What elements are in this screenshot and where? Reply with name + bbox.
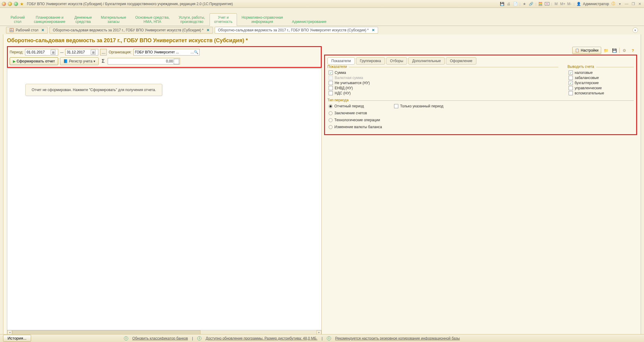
checkbox-icon[interactable] (329, 71, 333, 75)
star-icon[interactable]: ★ (522, 2, 527, 6)
calc-icon[interactable]: 🧮 (538, 2, 543, 6)
radio-icon[interactable] (329, 125, 333, 129)
checkbox-icon[interactable] (329, 86, 333, 90)
sys-restore-icon[interactable]: ❐ (631, 2, 636, 6)
settings-tab[interactable]: Отборы (386, 57, 407, 65)
status-link-3[interactable]: Рекомендуется настроить резервное копиро… (335, 336, 460, 340)
dropdown-icon[interactable]: ▾ (617, 2, 622, 6)
section-tab[interactable]: Денежныесредства (70, 13, 96, 26)
user-icon: 👤 (576, 2, 581, 6)
section-tab[interactable]: Администрирование (287, 17, 331, 26)
section-tab[interactable]: Нормативно-справочнаяинформация (237, 13, 287, 26)
calendar-from-icon[interactable]: ▦ (51, 50, 55, 55)
scroll-left-icon[interactable]: ◂ (7, 330, 12, 334)
settings-tab[interactable]: Оформление (446, 57, 476, 65)
calendar-to-icon[interactable]: ▦ (91, 50, 96, 55)
print-icon[interactable]: 🖨 (506, 2, 511, 6)
mminus-icon[interactable]: M- (567, 2, 572, 6)
user-name[interactable]: Администратор (583, 2, 609, 6)
date-to-input[interactable]: ▦ (65, 49, 98, 55)
close-icon[interactable]: ✕ (41, 28, 44, 32)
window-tab[interactable]: Оборотно-сальдовая ведомость за 2017 г.,… (215, 27, 378, 33)
section-tab[interactable]: Учет иотчетность (210, 13, 237, 26)
period-only-checkbox[interactable]: Только указанный период (394, 104, 444, 108)
indicator-checkbox[interactable]: Сумма (329, 71, 557, 75)
search-icon[interactable]: 🔍 (194, 50, 198, 54)
register-label: Регистр учета (69, 59, 92, 63)
history-button[interactable]: История... (3, 335, 31, 342)
account-checkbox[interactable]: управленческие (569, 86, 633, 90)
indicator-checkbox[interactable]: Не учитывается (НУ) (329, 81, 557, 85)
period-type-radio[interactable]: Изменение валюты баланса (329, 125, 382, 129)
register-button[interactable]: 📘 Регистр учета ▾ (60, 57, 99, 65)
right-column: 📋 Настройки 📁 💾 ⚙ ? ПоказателиГруппировк… (324, 46, 637, 335)
date-from-input[interactable]: ▦ (25, 49, 58, 55)
settings-tab[interactable]: Показатели (327, 57, 355, 65)
checkbox-icon[interactable] (329, 81, 333, 85)
period-type-radio[interactable]: Заключение счетов (329, 111, 382, 115)
indicator-checkbox[interactable]: ЕНВД (НУ) (329, 86, 557, 90)
gear-icon[interactable]: ⚙ (621, 47, 628, 54)
org-ellipsis-icon[interactable]: … (190, 50, 194, 54)
radio-icon[interactable] (329, 111, 333, 115)
org-input[interactable]: … 🔍 (133, 49, 200, 55)
checkbox-icon[interactable] (329, 91, 333, 95)
close-icon[interactable]: ✕ (372, 28, 375, 32)
checkbox-icon[interactable] (394, 104, 398, 108)
settings-button[interactable]: 📋 Настройки (572, 47, 601, 54)
account-checkbox[interactable]: налоговые (569, 71, 633, 75)
info-icon[interactable]: ⓘ (611, 2, 616, 6)
app-title: ГОБУ ВПО Университет искусств (Субсидия)… (27, 2, 233, 6)
period-type-radio[interactable]: Технологические операции (329, 118, 382, 122)
date-to-field[interactable] (67, 50, 91, 54)
section-tab[interactable]: Основные средства,НМА, НПА (131, 13, 174, 26)
doc-icon[interactable]: 📄 (513, 2, 518, 6)
settings-tab[interactable]: Группировка (356, 57, 385, 65)
checkbox-icon[interactable] (569, 86, 573, 90)
form-report-button[interactable]: ▶ Сформировать отчет (10, 57, 58, 65)
sum-input[interactable]: 0,00 (108, 58, 180, 65)
window-close-icon[interactable] (2, 2, 6, 6)
chevron-down-icon[interactable]: ▾ (633, 27, 638, 33)
status-link-2[interactable]: Доступно обновление программы. Размер ди… (206, 336, 317, 340)
checkbox-icon[interactable] (569, 91, 573, 95)
account-checkbox[interactable]: бухгалтерские (569, 81, 633, 85)
checkbox-icon[interactable] (569, 81, 573, 85)
scroll-thumb[interactable] (12, 330, 200, 334)
calendar-icon[interactable]: 31 (545, 2, 549, 5)
section-tab[interactable]: Рабочийстол (6, 13, 29, 26)
settings-tab[interactable]: Дополнительные (408, 57, 445, 65)
section-tab[interactable]: Планирование исанкционирование (29, 13, 70, 26)
section-tab[interactable]: Услуги, работы,производство (174, 13, 210, 26)
radio-icon[interactable] (329, 104, 333, 108)
section-tab[interactable]: Материальныезапасы (96, 13, 131, 26)
save-settings-icon[interactable]: 💾 (611, 47, 618, 54)
help-icon[interactable]: ? (629, 47, 636, 54)
radio-icon[interactable] (329, 118, 333, 122)
checkbox-icon[interactable] (569, 76, 573, 80)
account-checkbox[interactable]: забалансовые (569, 76, 633, 80)
sys-min-icon[interactable]: — (624, 2, 629, 6)
favorite-icon[interactable]: ★ (20, 2, 24, 6)
date-from-field[interactable] (27, 50, 51, 54)
indicator-checkbox[interactable]: НДС (НУ) (329, 91, 557, 95)
sys-close-icon[interactable]: ✕ (637, 2, 642, 6)
scroll-right-icon[interactable]: ▸ (317, 330, 321, 334)
sigma-icon[interactable]: Σ (100, 59, 106, 64)
window-tab[interactable]: 🪟Рабочий стол✕ (6, 27, 48, 33)
m-icon[interactable]: M (554, 2, 559, 6)
org-field[interactable] (135, 50, 190, 54)
save-icon[interactable]: 💾 (500, 2, 504, 6)
window-min-icon[interactable] (8, 2, 12, 6)
close-icon[interactable]: ✕ (207, 28, 210, 32)
window-tab[interactable]: Оборотно-сальдовая ведомость за 2017 г.,… (49, 27, 213, 33)
period-ellipsis-button[interactable]: … (100, 49, 107, 55)
link-icon[interactable]: 🔗 (529, 2, 534, 6)
mplus-icon[interactable]: M+ (560, 2, 565, 6)
status-link-1[interactable]: Обновить классификатор банков (132, 336, 188, 340)
window-max-icon[interactable] (14, 2, 18, 6)
folder-gear-icon[interactable]: 📁 (602, 47, 610, 54)
account-checkbox[interactable]: вспомогательные (569, 91, 633, 95)
period-type-radio[interactable]: Отчетный период (329, 104, 382, 108)
checkbox-icon[interactable] (569, 71, 573, 75)
